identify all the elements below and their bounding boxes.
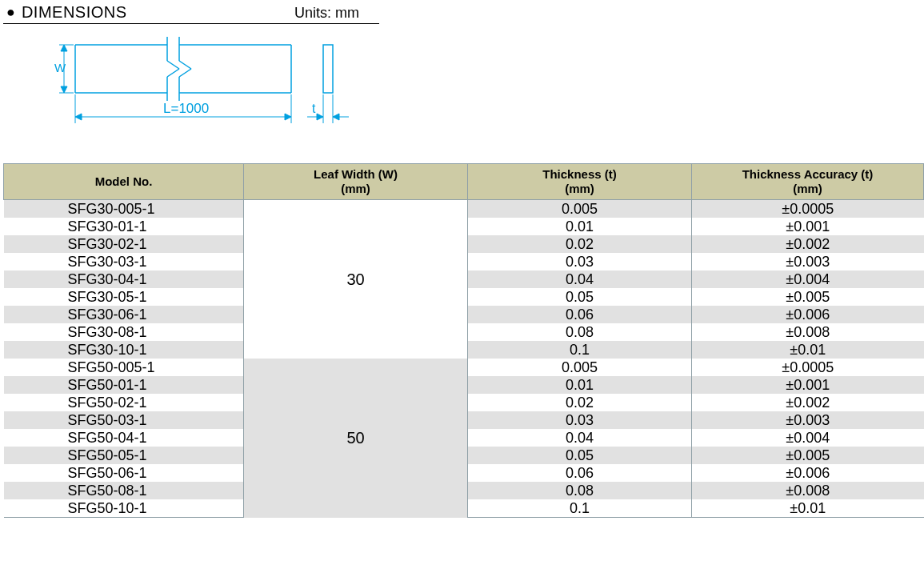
w-label: W <box>54 61 66 74</box>
header-thickness: Thickness (t)(mm) <box>468 164 692 200</box>
table-row: SFG50-005-1500.005±0.0005 <box>4 359 924 376</box>
model-cell: SFG50-03-1 <box>4 411 244 429</box>
thickness-cell: 0.03 <box>468 253 692 270</box>
svg-marker-16 <box>61 86 67 93</box>
model-cell: SFG30-06-1 <box>4 306 244 323</box>
header-model: Model No. <box>4 164 244 200</box>
accuracy-cell: ±0.01 <box>692 499 924 518</box>
model-cell: SFG30-08-1 <box>4 323 244 341</box>
thickness-cell: 0.05 <box>468 288 692 306</box>
svg-line-11 <box>179 61 191 69</box>
svg-marker-28 <box>317 114 323 120</box>
accuracy-cell: ±0.001 <box>692 218 924 235</box>
accuracy-cell: ±0.008 <box>692 323 924 341</box>
thickness-cell: 0.06 <box>468 464 692 482</box>
accuracy-cell: ±0.0005 <box>692 359 924 376</box>
model-cell: SFG50-05-1 <box>4 447 244 464</box>
model-cell: SFG30-02-1 <box>4 235 244 253</box>
model-cell: SFG30-10-1 <box>4 341 244 359</box>
thickness-cell: 0.04 <box>468 270 692 288</box>
svg-rect-24 <box>323 45 333 93</box>
thickness-cell: 0.005 <box>468 200 692 218</box>
section-title: DIMENSIONS <box>22 3 127 22</box>
accuracy-cell: ±0.005 <box>692 447 924 464</box>
model-cell: SFG50-10-1 <box>4 499 244 518</box>
model-cell: SFG50-02-1 <box>4 394 244 411</box>
thickness-cell: 0.08 <box>468 482 692 499</box>
svg-line-8 <box>167 69 179 77</box>
model-cell: SFG50-04-1 <box>4 429 244 447</box>
thickness-cell: 0.08 <box>468 323 692 341</box>
model-cell: SFG30-01-1 <box>4 218 244 235</box>
thickness-cell: 0.005 <box>468 359 692 376</box>
accuracy-cell: ±0.004 <box>692 429 924 447</box>
thickness-cell: 0.02 <box>468 394 692 411</box>
thickness-cell: 0.1 <box>468 341 692 359</box>
accuracy-cell: ±0.003 <box>692 411 924 429</box>
model-cell: SFG50-06-1 <box>4 464 244 482</box>
thickness-cell: 0.04 <box>468 429 692 447</box>
thickness-cell: 0.03 <box>468 411 692 429</box>
l-label: L=1000 <box>163 101 209 116</box>
accuracy-cell: ±0.008 <box>692 482 924 499</box>
section-header: ● DIMENSIONS Units: mm <box>3 3 921 24</box>
model-cell: SFG50-08-1 <box>4 482 244 499</box>
accuracy-cell: ±0.002 <box>692 394 924 411</box>
svg-marker-21 <box>285 114 291 120</box>
accuracy-cell: ±0.001 <box>692 376 924 394</box>
title-block: ● DIMENSIONS <box>3 3 290 24</box>
model-cell: SFG30-005-1 <box>4 200 244 218</box>
model-cell: SFG30-04-1 <box>4 270 244 288</box>
accuracy-cell: ±0.0005 <box>692 200 924 218</box>
model-cell: SFG50-01-1 <box>4 376 244 394</box>
thickness-cell: 0.1 <box>468 499 692 518</box>
svg-marker-15 <box>61 45 67 51</box>
model-cell: SFG50-005-1 <box>4 359 244 376</box>
dimension-diagram: W L=1000 t <box>51 37 921 149</box>
svg-marker-20 <box>75 114 82 120</box>
model-cell: SFG30-03-1 <box>4 253 244 270</box>
table-row: SFG30-005-1300.005±0.0005 <box>4 200 924 218</box>
accuracy-cell: ±0.006 <box>692 464 924 482</box>
accuracy-cell: ±0.003 <box>692 253 924 270</box>
thickness-cell: 0.01 <box>468 376 692 394</box>
accuracy-cell: ±0.01 <box>692 341 924 359</box>
accuracy-cell: ±0.005 <box>692 288 924 306</box>
svg-line-7 <box>167 61 179 69</box>
units-label: Units: mm <box>290 5 379 24</box>
width-cell: 50 <box>244 359 468 518</box>
svg-marker-30 <box>333 114 339 120</box>
t-label: t <box>312 102 316 115</box>
bullet-icon: ● <box>6 4 15 21</box>
width-cell: 30 <box>244 200 468 359</box>
table-header-row: Model No. Leaf Width (W)(mm) Thickness (… <box>4 164 924 200</box>
svg-line-12 <box>179 69 191 77</box>
accuracy-cell: ±0.002 <box>692 235 924 253</box>
thickness-cell: 0.06 <box>468 306 692 323</box>
model-cell: SFG30-05-1 <box>4 288 244 306</box>
dimensions-table: Model No. Leaf Width (W)(mm) Thickness (… <box>3 163 924 518</box>
accuracy-cell: ±0.006 <box>692 306 924 323</box>
thickness-cell: 0.01 <box>468 218 692 235</box>
header-accuracy: Thickness Accuracy (t)(mm) <box>692 164 924 200</box>
header-width: Leaf Width (W)(mm) <box>244 164 468 200</box>
accuracy-cell: ±0.004 <box>692 270 924 288</box>
thickness-cell: 0.02 <box>468 235 692 253</box>
thickness-cell: 0.05 <box>468 447 692 464</box>
